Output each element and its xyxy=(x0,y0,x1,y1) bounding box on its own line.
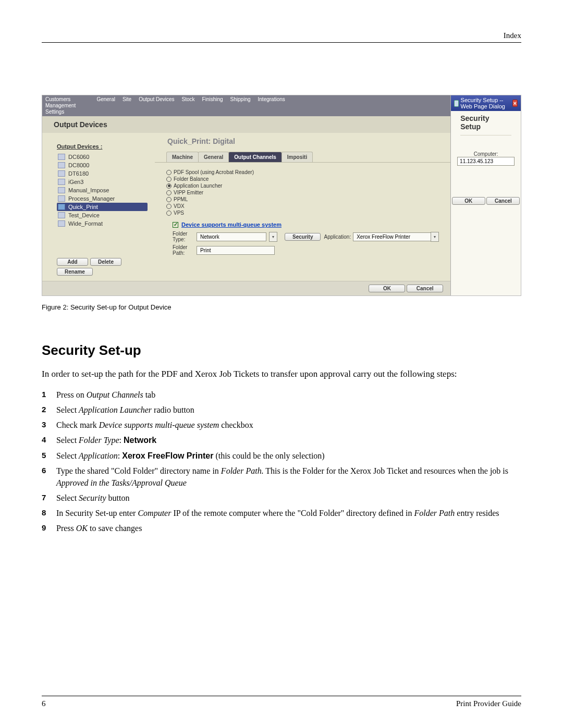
printer-icon xyxy=(58,170,65,177)
radio-option[interactable]: Folder Balance xyxy=(166,176,439,182)
top-nav: Customers Management Settings General Si… xyxy=(42,95,450,116)
computer-input[interactable] xyxy=(457,157,515,166)
printer-icon xyxy=(58,187,65,193)
radio-label: Application Launcher xyxy=(174,183,222,189)
rename-button[interactable]: Rename xyxy=(57,268,93,276)
section-heading: Security Set-up xyxy=(42,342,521,359)
dialog-cancel-button[interactable]: Cancel xyxy=(486,197,520,205)
step-8: In Security Set-up enter Computer IP of … xyxy=(42,507,521,519)
radio-icon xyxy=(166,197,172,202)
application-label: Application: xyxy=(324,234,351,240)
subtab-impositi[interactable]: Impositi xyxy=(282,152,313,162)
nav-settings[interactable]: Settings xyxy=(45,109,64,115)
step-1: Press on Output Channels tab xyxy=(42,389,521,401)
device-label: Wide_Format xyxy=(68,220,103,227)
step-5: Select Application: Xerox FreeFlow Print… xyxy=(42,450,521,462)
device-item[interactable]: Wide_Format xyxy=(57,219,148,228)
intro-paragraph: In order to set-up the path for the PDF … xyxy=(42,368,521,380)
radio-icon xyxy=(166,183,172,189)
radio-icon xyxy=(166,190,172,195)
radio-option[interactable]: VPS xyxy=(166,209,439,216)
footer-title: Print Provider Guide xyxy=(456,699,521,708)
device-label: DT6180 xyxy=(68,170,89,177)
folder-path-input[interactable] xyxy=(197,246,275,255)
folder-type-select[interactable]: Network xyxy=(197,232,266,241)
radio-label: VPS xyxy=(174,210,184,216)
radio-label: VIPP Emitter xyxy=(174,190,203,195)
printer-icon xyxy=(58,220,65,227)
device-label: Manual_Impose xyxy=(68,187,109,193)
radio-icon xyxy=(166,204,172,209)
multi-queue-label[interactable]: Device supports multi-queue system xyxy=(181,221,282,228)
breadcrumb-heading: Output Devices xyxy=(42,116,450,133)
step-6: Type the shared "Cold Folder" directory … xyxy=(42,465,521,489)
device-item[interactable]: Quick_Print xyxy=(57,203,148,211)
device-item[interactable]: Test_Device xyxy=(57,211,148,219)
device-item[interactable]: DC8000 xyxy=(57,161,148,169)
cancel-button[interactable]: Cancel xyxy=(407,285,443,292)
tab-shipping[interactable]: Shipping xyxy=(230,96,251,102)
device-label: DC6060 xyxy=(68,154,89,160)
printer-icon xyxy=(58,162,65,168)
subtab-output-channels-label: Output Channels xyxy=(234,154,276,160)
device-item[interactable]: Process_Manager xyxy=(57,194,148,203)
step-2: Select Application Launcher radio button xyxy=(42,404,521,416)
delete-button[interactable]: Delete xyxy=(90,258,121,266)
step-9: Press OK to save changes xyxy=(42,522,521,534)
device-item[interactable]: Manual_Impose xyxy=(57,186,148,194)
device-label: iGen3 xyxy=(68,179,83,185)
dialog-heading: Security Setup xyxy=(451,111,521,133)
tab-integrations[interactable]: Integrations xyxy=(258,96,285,102)
tab-output-devices[interactable]: Output Devices xyxy=(139,96,174,102)
tab-general[interactable]: General xyxy=(96,96,115,102)
tab-stock[interactable]: Stock xyxy=(182,96,195,102)
computer-label: Computer: xyxy=(474,151,498,157)
device-label: Test_Device xyxy=(68,212,100,218)
chevron-down-icon[interactable]: ▾ xyxy=(269,232,277,242)
nav-customers[interactable]: Customers xyxy=(45,96,70,102)
device-item[interactable]: DT6180 xyxy=(57,169,148,178)
radio-label: Folder Balance xyxy=(174,176,209,182)
tab-site[interactable]: Site xyxy=(123,96,131,102)
printer-icon xyxy=(58,179,65,185)
printer-icon xyxy=(58,154,65,160)
folder-path-label: Folder Path: xyxy=(173,244,193,256)
device-item[interactable]: iGen3 xyxy=(57,178,148,186)
application-select[interactable]: Xerox FreeFlow Printer xyxy=(353,232,431,241)
printer-icon xyxy=(58,204,65,210)
device-item[interactable]: DC6060 xyxy=(57,153,148,161)
multi-queue-checkbox[interactable] xyxy=(173,222,178,228)
radio-option[interactable]: VIPP Emitter xyxy=(166,189,439,196)
security-setup-dialog: Security Setup -- Web Page Dialog × Secu… xyxy=(450,95,521,295)
radio-option[interactable]: Application Launcher xyxy=(166,182,439,189)
figure-caption: Figure 2: Security Set-up for Output Dev… xyxy=(42,303,521,311)
radio-icon xyxy=(166,211,172,216)
device-label: Process_Manager xyxy=(68,195,115,202)
printer-icon xyxy=(58,195,65,202)
tab-finishing[interactable]: Finishing xyxy=(202,96,223,102)
device-label: Quick_Print xyxy=(68,204,98,210)
dialog-ok-button[interactable]: OK xyxy=(452,197,485,205)
radio-option[interactable]: PPML xyxy=(166,196,439,203)
ok-button[interactable]: OK xyxy=(369,285,405,292)
steps-list: Press on Output Channels tab Select Appl… xyxy=(42,389,521,535)
radio-label: PDF Spool (using Acrobat Reader) xyxy=(174,169,254,175)
radio-icon xyxy=(166,170,172,175)
device-title: Quick_Print: Digital xyxy=(155,135,450,152)
subtab-general[interactable]: General xyxy=(198,152,229,162)
radio-option[interactable]: VDX xyxy=(166,203,439,209)
add-button[interactable]: Add xyxy=(57,258,88,266)
security-button[interactable]: Security xyxy=(285,233,321,241)
radio-option[interactable]: PDF Spool (using Acrobat Reader) xyxy=(166,169,439,176)
folder-type-label: Folder Type: xyxy=(173,231,193,242)
nav-management[interactable]: Management xyxy=(45,103,76,108)
subtab-machine[interactable]: Machine xyxy=(166,152,199,162)
subtab-output-channels[interactable]: Output Channels xyxy=(228,152,282,162)
radio-icon xyxy=(166,177,172,182)
step-4: Select Folder Type: Network xyxy=(42,434,521,446)
chevron-down-icon[interactable]: ▾ xyxy=(431,232,439,242)
radio-label: VDX xyxy=(174,203,185,209)
step-3: Check mark Device supports multi-queue s… xyxy=(42,419,521,431)
page-footer: 6 Print Provider Guide xyxy=(42,696,521,708)
close-icon[interactable]: × xyxy=(512,100,518,107)
